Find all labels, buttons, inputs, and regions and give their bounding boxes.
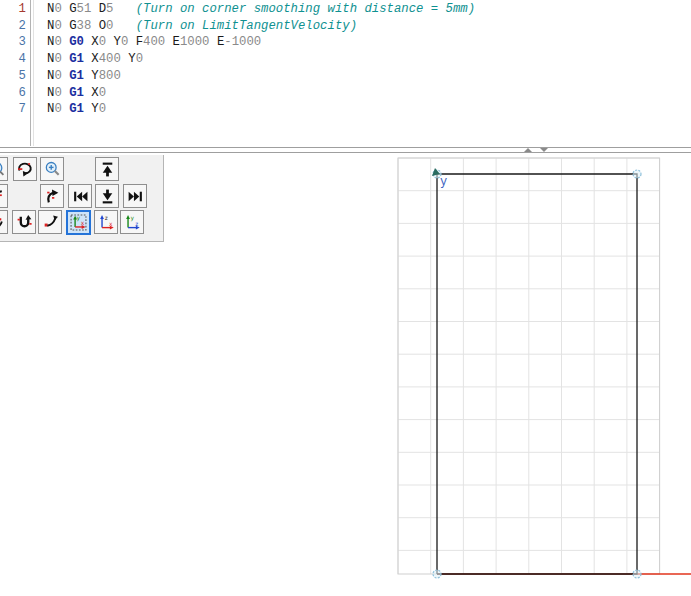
code-text: N0 G1 Y800	[47, 68, 121, 85]
y-axis-label: y	[440, 175, 447, 189]
code-line[interactable]: 3N0 G0 X0 Y0 F400 E1000 E-1000	[0, 34, 691, 51]
arc-move-button[interactable]	[38, 210, 62, 234]
rotate-u-icon	[16, 214, 33, 231]
code-line[interactable]: 4N0 G1 X400 Y0	[0, 51, 691, 68]
rotate-u-button[interactable]	[12, 210, 36, 234]
code-line[interactable]: 1N0 G51 D5 (Turn on corner smoothing wit…	[0, 1, 691, 18]
step-forward-button[interactable]	[123, 184, 147, 208]
code-text: N0 G51 D5 (Turn on corner smoothing with…	[47, 1, 475, 18]
path-node-marker	[633, 570, 641, 578]
arc-fragment-button[interactable]	[0, 210, 8, 234]
code-line[interactable]: 5N0 G1 Y800	[0, 68, 691, 85]
toolpath-preview-pane: y yxzxyz	[0, 153, 691, 596]
arc-fragment-icon	[0, 214, 5, 231]
rotate-left-button[interactable]	[0, 184, 8, 208]
svg-text:z: z	[134, 220, 138, 226]
svg-text:z: z	[104, 215, 108, 221]
step-back-icon	[72, 188, 89, 205]
code-line[interactable]: 6N0 G1 X0	[0, 85, 691, 102]
code-lines: 1N0 G51 D5 (Turn on corner smoothing wit…	[0, 1, 691, 118]
step-back-button[interactable]	[68, 184, 92, 208]
splitter-down-icon[interactable]	[540, 148, 548, 152]
svg-text:y: y	[130, 215, 134, 222]
line-number: 7	[0, 101, 26, 118]
code-text: N0 G1 Y0	[47, 101, 106, 118]
plane-xy-button[interactable]: yx	[66, 210, 91, 235]
gutter-separator-line	[30, 0, 31, 146]
code-text: N0 G1 X400 Y0	[47, 51, 143, 68]
zoom-out-button[interactable]	[0, 157, 8, 181]
line-number: 2	[0, 18, 26, 35]
rotate-left-icon	[0, 188, 5, 205]
arc-move-icon	[42, 214, 59, 231]
rotate-view-icon	[17, 161, 34, 178]
line-number: 6	[0, 85, 26, 102]
plane-yz-icon: yz	[124, 214, 141, 231]
zoom-in-icon	[44, 161, 61, 178]
preview-toolbar: yxzxyz	[0, 155, 164, 242]
path-node-marker	[433, 570, 441, 578]
path-node-marker	[633, 170, 641, 178]
line-number: 5	[0, 68, 26, 85]
code-line[interactable]: 7N0 G1 Y0	[0, 101, 691, 118]
step-forward-icon	[127, 188, 144, 205]
gutter-separator-line-2	[33, 0, 34, 146]
line-number: 1	[0, 1, 26, 18]
zoom-out-icon	[0, 161, 5, 178]
line-number: 3	[0, 34, 26, 51]
rotate-view-button[interactable]	[13, 157, 37, 181]
step-bottom-button[interactable]	[95, 184, 119, 208]
svg-text:x: x	[81, 220, 85, 226]
step-bottom-icon	[99, 188, 116, 205]
plane-zx-button[interactable]: zx	[94, 210, 118, 234]
code-line[interactable]: 2N0 G38 O0 (Turn on LimitTangentVelocity…	[0, 18, 691, 35]
code-text: N0 G0 X0 Y0 F400 E1000 E-1000	[47, 34, 261, 51]
plane-yz-button[interactable]: yz	[120, 210, 144, 234]
svg-text:x: x	[108, 220, 112, 226]
line-number: 4	[0, 51, 26, 68]
toolpath-outline	[437, 174, 637, 574]
splitter-up-icon[interactable]	[524, 148, 532, 152]
plane-xy-icon: yx	[70, 214, 87, 231]
zoom-in-button[interactable]	[40, 157, 64, 181]
code-text: N0 G38 O0 (Turn on LimitTangentVelocity)	[47, 18, 357, 35]
step-top-icon	[99, 161, 116, 178]
rotate-cw-icon	[44, 188, 61, 205]
collapse-left-icon[interactable]	[149, 159, 161, 177]
gcode-editor-pane[interactable]: 1N0 G51 D5 (Turn on corner smoothing wit…	[0, 0, 691, 146]
rotate-cw-button[interactable]	[40, 184, 64, 208]
plane-zx-icon: zx	[98, 214, 115, 231]
step-top-button[interactable]	[95, 157, 119, 181]
code-text: N0 G1 X0	[47, 85, 106, 102]
